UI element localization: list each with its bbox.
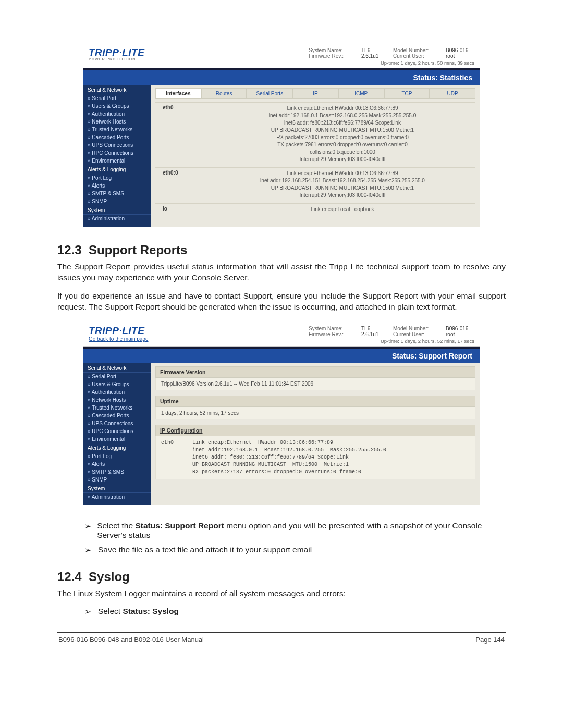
panel-ip-configuration-body: eth0 Link encap:Ethernet HWaddr 00:13:C6…	[155, 436, 475, 479]
sidebar-item-alerts[interactable]: Alerts	[83, 182, 151, 190]
sidebar-item-serial-port[interactable]: Serial Port	[83, 94, 151, 102]
tab-icmp[interactable]: ICMP	[338, 88, 384, 99]
tab-interfaces[interactable]: Interfaces	[155, 88, 201, 99]
sidebar-item-snmp[interactable]: SNMP	[83, 476, 151, 484]
sidebar-item-port-log[interactable]: Port Log	[83, 174, 151, 182]
screenshot-status-statistics: TRIPP·LITE POWER PROTECTION System Name:…	[83, 42, 480, 227]
sidebar-item-trusted-networks[interactable]: Trusted Networks	[83, 126, 151, 133]
footer-right: Page 144	[475, 636, 505, 644]
sidebar-item-rpc-connections[interactable]: RPC Connections	[83, 427, 151, 435]
list-item: Select Status: Syslog	[98, 607, 179, 616]
sidebar-nav: Serial & Network Serial Port Users & Gro…	[83, 363, 151, 505]
app-header: TRIPP·LITE POWER PROTECTION System Name:…	[83, 42, 480, 68]
sidebar-group-serial-network: Serial & Network	[83, 85, 151, 94]
screenshot-status-support-report: TRIPP·LITE Go back to the main page Syst…	[83, 320, 480, 505]
sidebar-nav: Serial & Network Serial Port Users & Gro…	[83, 85, 151, 227]
sidebar-item-port-log[interactable]: Port Log	[83, 452, 151, 460]
interface-lo: lo Link encap:Local Loopback	[155, 203, 475, 215]
go-back-link[interactable]: Go back to the main page	[89, 336, 149, 342]
sidebar-item-trusted-networks[interactable]: Trusted Networks	[83, 404, 151, 412]
sidebar-item-smtp-sms[interactable]: SMTP & SMS	[83, 468, 151, 476]
content-pane: Firmware Version TrippLite/B096 Version …	[151, 363, 480, 505]
page-footer: B096-016 B096-048 and B092-016 User Manu…	[57, 636, 506, 644]
tab-tcp[interactable]: TCP	[384, 88, 430, 99]
sidebar-item-alerts[interactable]: Alerts	[83, 460, 151, 468]
app-header: TRIPP·LITE Go back to the main page Syst…	[83, 320, 480, 347]
bullet-arrow-icon: ➢	[84, 521, 97, 540]
instruction-list: ➢ Select the Status: Support Report menu…	[84, 521, 506, 555]
system-info: System Name:TL6 Model Number:B096-016 Fi…	[309, 326, 474, 344]
paragraph: If you do experience an issue and have t…	[57, 291, 506, 313]
sidebar-group-alerts-logging: Alerts & Logging	[83, 443, 151, 452]
panel-firmware-version: Firmware Version	[155, 366, 475, 378]
sidebar-group-serial-network: Serial & Network	[83, 363, 151, 373]
sidebar-item-network-hosts[interactable]: Network Hosts	[83, 118, 151, 126]
tab-routes[interactable]: Routes	[201, 88, 247, 99]
heading-support-reports: 12.3 Support Reports	[57, 243, 506, 257]
sidebar-group-system: System	[83, 205, 151, 215]
sidebar-item-network-hosts[interactable]: Network Hosts	[83, 396, 151, 404]
sidebar-item-rpc-connections[interactable]: RPC Connections	[83, 149, 151, 157]
brand-logo: TRIPP·LITE POWER PROTECTION	[89, 47, 144, 61]
paragraph: The Linux System Logger maintains a reco…	[57, 588, 506, 599]
footer-rule	[57, 632, 506, 633]
tab-udp[interactable]: UDP	[430, 88, 475, 99]
interface-eth0-0: eth0:0 Link encap:Ethernet HWaddr 00:13:…	[155, 167, 475, 201]
status-bar: Status: Statistics	[83, 68, 480, 85]
stats-tabs: Interfaces Routes Serial Ports IP ICMP T…	[155, 88, 475, 99]
tab-serial-ports[interactable]: Serial Ports	[247, 88, 292, 99]
panel-ip-configuration: IP Configuration	[155, 425, 475, 436]
sidebar-item-snmp[interactable]: SNMP	[83, 198, 151, 205]
bullet-arrow-icon: ➢	[84, 607, 98, 616]
sidebar-item-environmental[interactable]: Environmental	[83, 435, 151, 443]
sidebar-item-authentication[interactable]: Authentication	[83, 388, 151, 396]
footer-left: B096-016 B096-048 and B092-016 User Manu…	[58, 636, 204, 644]
system-info: System Name:TL6 Model Number:B096-016 Fi…	[309, 47, 474, 66]
list-item: Select the Status: Support Report menu o…	[97, 521, 506, 540]
tab-ip[interactable]: IP	[292, 88, 338, 99]
sidebar-item-ups-connections[interactable]: UPS Connections	[83, 419, 151, 427]
sidebar-item-serial-port[interactable]: Serial Port	[83, 373, 151, 380]
status-bar: Status: Support Report	[83, 347, 480, 363]
sidebar-item-users-groups[interactable]: Users & Groups	[83, 102, 151, 110]
brand-logo: TRIPP·LITE Go back to the main page	[89, 326, 149, 342]
heading-syslog: 12.4 Syslog	[57, 570, 506, 584]
sidebar-item-administration[interactable]: Administration	[83, 215, 151, 223]
panel-uptime: Uptime	[155, 396, 475, 407]
sidebar-item-users-groups[interactable]: Users & Groups	[83, 380, 151, 388]
sidebar-item-cascaded-ports[interactable]: Cascaded Ports	[83, 412, 151, 419]
list-item: Save the file as a text file and attach …	[98, 545, 312, 555]
content-pane: Interfaces Routes Serial Ports IP ICMP T…	[151, 85, 480, 227]
sidebar-item-administration[interactable]: Administration	[83, 493, 151, 501]
sidebar-item-ups-connections[interactable]: UPS Connections	[83, 141, 151, 149]
sidebar-item-environmental[interactable]: Environmental	[83, 157, 151, 165]
sidebar-group-alerts-logging: Alerts & Logging	[83, 165, 151, 174]
sidebar-item-authentication[interactable]: Authentication	[83, 110, 151, 118]
sidebar-item-smtp-sms[interactable]: SMTP & SMS	[83, 190, 151, 198]
interface-eth0: eth0 Link encap:Ethernet HWaddr 00:13:C6…	[155, 102, 475, 165]
panel-firmware-version-body: TrippLite/B096 Version 2.6.1u1 -- Wed Fe…	[155, 378, 475, 390]
panel-uptime-body: 1 days, 2 hours, 52 mins, 17 secs	[155, 407, 475, 419]
instruction-list: ➢ Select Status: Syslog	[84, 607, 506, 616]
sidebar-group-system: System	[83, 484, 151, 493]
sidebar-item-cascaded-ports[interactable]: Cascaded Ports	[83, 133, 151, 141]
bullet-arrow-icon: ➢	[84, 545, 98, 555]
paragraph: The Support Report provides useful statu…	[57, 262, 506, 283]
